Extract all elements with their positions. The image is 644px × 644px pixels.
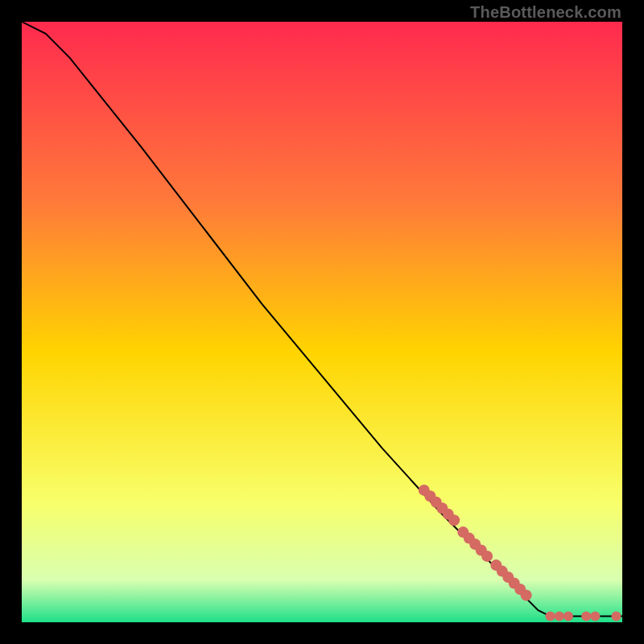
data-point-marker: [546, 612, 555, 621]
watermark-text: TheBottleneck.com: [470, 3, 621, 22]
data-point-marker: [481, 551, 493, 562]
data-point-marker: [590, 612, 600, 621]
data-point-marker: [612, 612, 621, 621]
data-point-marker: [521, 589, 532, 601]
data-point-marker: [555, 612, 564, 621]
gradient-background: [22, 22, 622, 622]
bottleneck-chart: [22, 22, 622, 622]
data-point-marker: [448, 514, 460, 526]
data-point-marker: [564, 612, 573, 621]
data-point-marker: [581, 612, 591, 621]
